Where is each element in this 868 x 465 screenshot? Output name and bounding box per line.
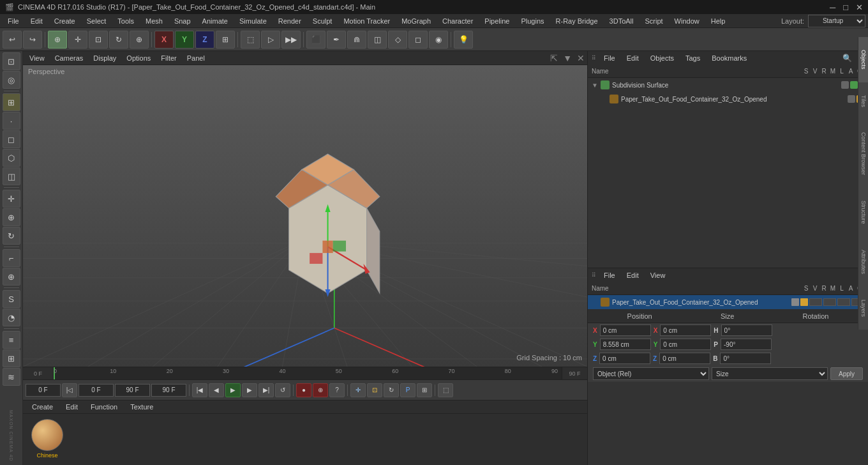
tab-content-browser[interactable]: Content Browser	[858, 119, 868, 188]
cube-btn[interactable]: ⬛	[306, 31, 326, 49]
layers-btn[interactable]: ≡	[3, 331, 20, 349]
obj-dot-s2[interactable]	[848, 95, 855, 103]
obj-dot-v[interactable]	[850, 81, 858, 89]
uv-mode-btn[interactable]: ◫	[3, 167, 20, 185]
go-end-btn[interactable]: ▶|	[258, 383, 274, 397]
menu-help[interactable]: Help	[706, 16, 731, 26]
tab-layers[interactable]: Layers	[858, 287, 868, 330]
go-start-btn[interactable]: |◀	[192, 383, 207, 397]
menu-edit[interactable]: Edit	[26, 16, 48, 26]
render-region-btn[interactable]: ⬚	[241, 31, 260, 49]
keyframe-info-btn[interactable]: ?	[329, 383, 345, 397]
vp-settings-icon[interactable]: ▼	[563, 53, 572, 63]
move-btn[interactable]: ✛	[3, 190, 20, 208]
size-y-input[interactable]	[660, 339, 711, 350]
key-type-btn[interactable]: ⊡	[367, 383, 382, 397]
redo-btn[interactable]: ↪	[23, 31, 42, 49]
size-mode-select[interactable]: Size Scale	[712, 367, 828, 380]
menu-pipeline[interactable]: Pipeline	[479, 16, 514, 26]
next-frame-btn[interactable]: ▶	[242, 383, 257, 397]
start-frame-input[interactable]	[79, 384, 114, 397]
attr-menu-view[interactable]: View	[647, 270, 670, 280]
prev-frame-btn[interactable]: ◀	[209, 383, 224, 397]
menu-mesh[interactable]: Mesh	[140, 16, 168, 26]
light-btn[interactable]: ◉	[429, 31, 448, 49]
paint-btn[interactable]: ◔	[3, 309, 20, 326]
apply-button[interactable]: Apply	[830, 367, 863, 380]
timeline-expand-btn[interactable]: ⬚	[438, 383, 453, 397]
vp-expand-icon[interactable]: ⇱	[550, 53, 558, 63]
attr-icon-box-2[interactable]	[823, 298, 836, 306]
rot-b-input[interactable]	[720, 353, 771, 364]
layout-select[interactable]: Startup Standard	[808, 15, 865, 27]
timeline-mode-btn[interactable]: ⊞	[417, 383, 432, 397]
size-z-input[interactable]	[659, 353, 710, 364]
attr-menu-edit[interactable]: Edit	[623, 270, 643, 280]
rot-p-input[interactable]	[721, 339, 772, 350]
point-mode-btn[interactable]: ·	[3, 112, 20, 130]
vp-close-icon[interactable]: ✕	[577, 53, 585, 63]
render-view-btn[interactable]: ▷	[261, 31, 280, 49]
obj-menu-tags[interactable]: Tags	[682, 53, 704, 63]
timeline-track[interactable]: 0 10 20 30 40 50 60 70 80 90	[54, 367, 562, 379]
world-axis-btn[interactable]: ⊞	[216, 31, 235, 49]
transform-tool-btn[interactable]: ⊕	[130, 31, 149, 49]
current-frame-input[interactable]	[26, 384, 61, 397]
surface-btn[interactable]: ◇	[388, 31, 407, 49]
vp-menu-display[interactable]: Display	[89, 53, 120, 63]
nurbs-btn[interactable]: ⋒	[347, 31, 366, 49]
mat-menu-edit[interactable]: Edit	[62, 402, 82, 412]
tangent-btn[interactable]: ↻	[384, 383, 399, 397]
z-axis-btn[interactable]: Z	[195, 31, 214, 49]
attr-dot-1[interactable]	[791, 298, 799, 306]
menu-snap[interactable]: Snap	[169, 16, 196, 26]
edge-mode-btn[interactable]: ◻	[3, 130, 20, 148]
light-bulb-btn[interactable]: 💡	[454, 31, 473, 49]
menu-tools[interactable]: Tools	[112, 16, 139, 26]
play-btn[interactable]: ▶	[225, 383, 241, 397]
model-mode-btn[interactable]: ⊞	[3, 93, 20, 111]
coord-system-select[interactable]: Object (Rel) World Local	[593, 367, 709, 380]
render-all-btn[interactable]: ▶▶	[281, 31, 301, 49]
attr-icon-box-1[interactable]	[809, 298, 822, 306]
attr-icon-box-3[interactable]	[837, 298, 850, 306]
vp-menu-cameras[interactable]: Cameras	[51, 53, 87, 63]
scale-btn[interactable]: ⊕	[3, 208, 20, 226]
vp-menu-options[interactable]: Options	[123, 53, 154, 63]
measure-btn[interactable]: ⌐	[3, 249, 20, 267]
attr-dot-yellow[interactable]	[800, 298, 808, 306]
tab-tiles[interactable]: Tiles	[858, 82, 868, 120]
preview-end-input[interactable]	[151, 384, 186, 397]
vp-menu-filter[interactable]: Filter	[157, 53, 180, 63]
menu-window[interactable]: Window	[670, 16, 705, 26]
material-slot-chinese[interactable]: Chinese	[28, 419, 66, 461]
filter-btn[interactable]: ≋	[3, 368, 20, 386]
rot-h-input[interactable]	[721, 324, 772, 336]
pos-z-input[interactable]	[599, 353, 650, 364]
select-tool-btn[interactable]: ⊕	[48, 31, 67, 49]
tab-objects[interactable]: Objects	[858, 37, 868, 82]
magnet-btn[interactable]: ⊕	[3, 268, 20, 286]
obj-search-icon[interactable]: 🔍	[842, 54, 852, 63]
menu-simulate[interactable]: Simulate	[234, 16, 272, 26]
loop-select-btn[interactable]: ◎	[3, 71, 20, 89]
deform-btn[interactable]: ◫	[368, 31, 387, 49]
camera-btn[interactable]: ◻	[408, 31, 428, 49]
poly-mode-btn[interactable]: ⬡	[3, 149, 20, 167]
obj-row-subdivision[interactable]: ▼ Subdivision Surface ✓	[588, 78, 868, 92]
x-axis-btn[interactable]: X	[154, 31, 174, 49]
tab-structure[interactable]: Structure	[858, 188, 868, 237]
maximize-icon[interactable]: □	[843, 3, 848, 12]
menu-render[interactable]: Render	[273, 16, 306, 26]
loop-btn[interactable]: ↺	[275, 383, 290, 397]
menu-select[interactable]: Select	[82, 16, 112, 26]
menu-file[interactable]: File	[3, 16, 24, 26]
brush-btn[interactable]: S	[3, 290, 20, 308]
obj-menu-objects[interactable]: Objects	[647, 53, 678, 63]
y-axis-btn[interactable]: Y	[175, 31, 194, 49]
close-icon[interactable]: ✕	[856, 3, 863, 12]
obj-menu-bookmarks[interactable]: Bookmarks	[708, 53, 751, 63]
attr-selected-row[interactable]: Paper_Take_Out_Food_Container_32_Oz_Open…	[588, 295, 868, 309]
tab-attributes[interactable]: Attributes	[858, 237, 868, 287]
obj-menu-file[interactable]: File	[600, 53, 619, 63]
